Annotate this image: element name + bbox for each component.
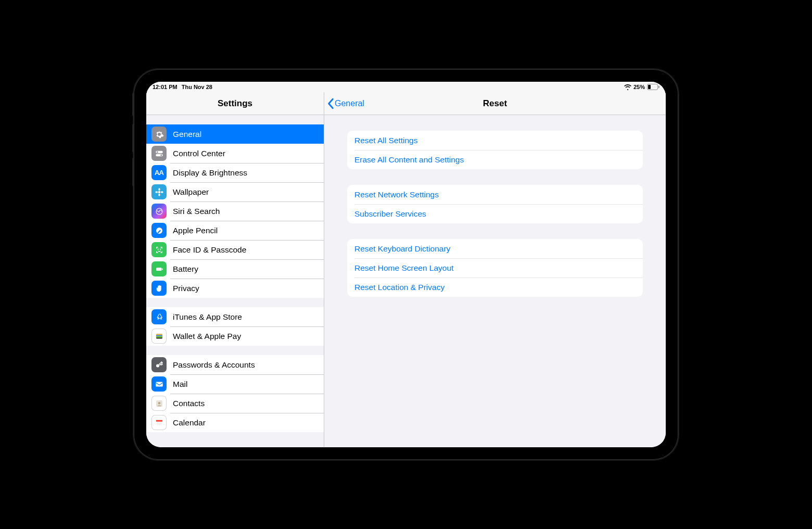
sidebar-item-label: Mail <box>173 380 187 389</box>
reset-option-subscriber[interactable]: Subscriber Services <box>347 204 643 223</box>
calendar-icon <box>151 415 167 430</box>
sidebar-item-itunes[interactable]: iTunes & App Store <box>146 307 324 326</box>
sidebar-item-control-center[interactable]: Control Center <box>146 144 324 163</box>
sidebar-item-privacy[interactable]: Privacy <box>146 279 324 298</box>
sidebar-item-passwords[interactable]: Passwords & Accounts <box>146 355 324 374</box>
sidebar-item-label: Wallpaper <box>173 187 209 197</box>
sidebar-item-label: Calendar <box>173 418 206 427</box>
reset-option-label: Erase All Content and Settings <box>354 155 464 165</box>
switches-icon <box>151 146 167 161</box>
reset-option-label: Subscriber Services <box>354 209 426 219</box>
sidebar-item-display[interactable]: AADisplay & Brightness <box>146 163 324 182</box>
sidebar-item-calendar[interactable]: Calendar <box>146 413 324 432</box>
sidebar-item-contacts[interactable]: Contacts <box>146 394 324 413</box>
sidebar-title: Settings <box>218 98 252 109</box>
svg-point-9 <box>158 193 160 196</box>
sidebar-header: Settings <box>146 92 324 115</box>
mail-icon <box>151 376 167 392</box>
svg-rect-20 <box>156 335 162 336</box>
svg-rect-21 <box>156 336 162 337</box>
appstore-icon <box>151 309 167 324</box>
reset-option-label: Reset Location & Privacy <box>354 283 445 292</box>
svg-point-14 <box>158 249 158 249</box>
hand-icon <box>151 281 167 296</box>
reset-option-reset-keyboard[interactable]: Reset Keyboard Dictionary <box>347 239 643 258</box>
status-date: Thu Nov 28 <box>182 84 212 90</box>
settings-sidebar: Settings GeneralControl CenterAADisplay … <box>146 92 324 447</box>
svg-point-11 <box>160 191 163 193</box>
reset-option-erase-all[interactable]: Erase All Content and Settings <box>347 150 643 169</box>
svg-rect-23 <box>156 382 163 386</box>
svg-point-10 <box>155 191 158 193</box>
sidebar-item-label: Display & Brightness <box>173 168 247 178</box>
svg-point-25 <box>158 402 160 405</box>
sidebar-item-label: Battery <box>173 264 198 274</box>
sidebar-item-label: Control Center <box>173 149 225 158</box>
svg-rect-19 <box>156 334 162 335</box>
svg-rect-27 <box>156 420 162 421</box>
reset-option-label: Reset Home Screen Layout <box>354 263 453 273</box>
sidebar-item-wallet[interactable]: Wallet & Apple Pay <box>146 326 324 346</box>
wallet-icon <box>151 329 167 344</box>
key-icon <box>151 357 167 372</box>
battery-icon <box>151 261 167 276</box>
sidebar-item-label: Passwords & Accounts <box>173 360 255 370</box>
wifi-icon <box>624 84 631 90</box>
sidebar-item-siri[interactable]: Siri & Search <box>146 201 324 221</box>
sidebar-item-general[interactable]: General <box>146 124 324 144</box>
status-time: 12:01 PM <box>153 84 177 90</box>
svg-point-4 <box>156 151 158 153</box>
sidebar-item-mail[interactable]: Mail <box>146 374 324 394</box>
contacts-icon <box>151 396 167 411</box>
flower-icon <box>151 184 167 199</box>
sidebar-item-label: iTunes & App Store <box>173 312 242 322</box>
detail-pane: General Reset Reset All SettingsErase Al… <box>324 92 666 447</box>
svg-rect-2 <box>658 86 659 89</box>
reset-option-label: Reset All Settings <box>354 136 417 145</box>
siri-icon <box>151 204 167 219</box>
sidebar-item-label: Contacts <box>173 399 205 408</box>
reset-option-label: Reset Keyboard Dictionary <box>354 244 450 254</box>
sidebar-item-pencil[interactable]: Apple Pencil <box>146 221 324 240</box>
svg-point-8 <box>158 188 160 191</box>
reset-option-reset-location[interactable]: Reset Location & Privacy <box>347 278 643 297</box>
sidebar-item-label: Wallet & Apple Pay <box>173 332 241 341</box>
svg-point-7 <box>158 191 160 193</box>
face-icon <box>151 242 167 257</box>
sidebar-item-wallpaper[interactable]: Wallpaper <box>146 182 324 201</box>
reset-option-reset-home[interactable]: Reset Home Screen Layout <box>347 258 643 278</box>
back-label: General <box>335 99 364 108</box>
battery-icon <box>647 84 659 90</box>
svg-point-15 <box>160 249 160 249</box>
sidebar-item-label: Siri & Search <box>173 207 220 216</box>
svg-point-22 <box>156 364 159 367</box>
sidebar-item-label: Privacy <box>173 284 199 293</box>
aa-icon: AA <box>151 165 167 180</box>
svg-rect-17 <box>162 268 163 270</box>
reset-option-reset-network[interactable]: Reset Network Settings <box>347 185 643 204</box>
pencil-icon <box>151 223 167 238</box>
battery-percent: 25% <box>633 84 645 90</box>
sidebar-item-label: Apple Pencil <box>173 226 218 235</box>
detail-title: Reset <box>324 98 666 109</box>
svg-point-6 <box>160 154 162 156</box>
back-button[interactable]: General <box>324 98 364 109</box>
svg-rect-16 <box>156 268 162 271</box>
detail-header: General Reset <box>324 92 666 115</box>
reset-option-label: Reset Network Settings <box>354 190 439 199</box>
reset-option-reset-all[interactable]: Reset All Settings <box>347 131 643 150</box>
svg-rect-1 <box>648 85 651 89</box>
sidebar-item-label: General <box>173 130 201 139</box>
sidebar-item-label: Face ID & Passcode <box>173 245 246 255</box>
status-bar: 12:01 PM Thu Nov 28 25% <box>146 82 666 92</box>
sidebar-item-battery[interactable]: Battery <box>146 259 324 279</box>
sidebar-item-faceid[interactable]: Face ID & Passcode <box>146 240 324 259</box>
gear-icon <box>151 127 167 142</box>
